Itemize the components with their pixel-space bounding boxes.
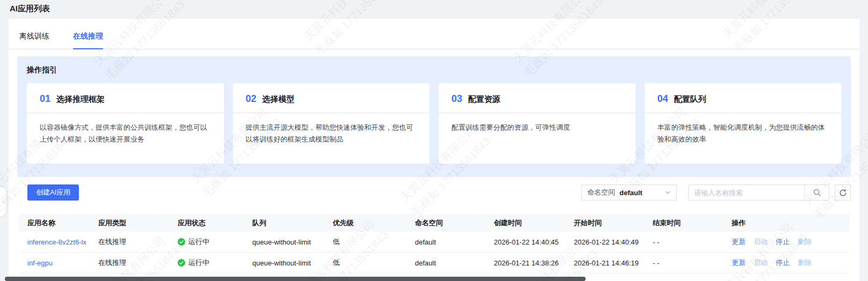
created-time-cell: 2026-01-21 14:38:26 [494, 259, 574, 267]
priority-cell: 低 [333, 237, 415, 247]
table-header-row: 应用名称 应用类型 应用状态 队列 优先级 命名空间 创建时间 开始时间 结束时… [19, 214, 849, 232]
end-time-cell: - - [653, 259, 732, 267]
stop-action[interactable]: 停止 [776, 258, 790, 268]
guide-card-1-description: 以容器镜像方式，提供丰富的公共训练框架，您也可以上传个人框架，以便快速开展业务 [27, 113, 224, 145]
delete-action[interactable]: 删除 [798, 258, 812, 268]
col-header-app-name: 应用名称 [19, 218, 98, 228]
end-time-cell: - - [653, 238, 732, 246]
search-box [688, 184, 829, 201]
start-action[interactable]: 启动 [754, 258, 768, 268]
status-running-icon [178, 259, 185, 267]
app-type-cell: 在线推理 [98, 237, 178, 247]
guide-card-3: 03 配置资源 配置训练需要分配的资源，可弹性调度 [439, 83, 636, 164]
guide-card-4-number: 04 [658, 93, 668, 105]
chevron-down-icon [665, 189, 671, 196]
table-row: inf-egpu 在线推理 运行中 queue-without-limit 低 … [19, 253, 849, 273]
sidebar-collapse-handle[interactable]: ‹ [0, 186, 7, 217]
tab-bar: 离线训练 在线推理 [9, 19, 859, 49]
horizontal-scrollbar-thumb[interactable] [5, 277, 586, 281]
col-header-created-time: 创建时间 [494, 218, 574, 228]
priority-cell: 低 [333, 258, 415, 268]
status-running-icon [178, 238, 185, 246]
guide-card-3-header: 03 配置资源 [439, 83, 636, 113]
namespace-select-value: default [619, 189, 665, 197]
guide-cards: 01 选择推理框架 以容器镜像方式，提供丰富的公共训练框架，您也可以上传个人框架… [27, 83, 841, 164]
refresh-icon [839, 189, 847, 197]
guide-card-1-title: 选择推理框架 [56, 94, 105, 105]
namespace-cell: default [415, 238, 494, 246]
horizontal-scrollbar [0, 276, 868, 281]
start-time-cell: 2026-01-21 14:46:19 [574, 259, 653, 267]
col-header-app-type: 应用类型 [98, 218, 178, 228]
guide-card-2-number: 02 [246, 93, 257, 105]
chevron-left-icon: ‹ [2, 198, 4, 205]
app-type-cell: 在线推理 [98, 258, 178, 268]
guide-card-3-title: 配置资源 [468, 94, 500, 105]
status-text: 运行中 [188, 258, 209, 268]
created-time-cell: 2026-01-22 14:40:45 [494, 238, 574, 246]
status-text: 运行中 [188, 237, 209, 247]
queue-cell: queue-without-limit [252, 259, 333, 267]
start-action[interactable]: 启动 [754, 237, 768, 247]
guide-panel: 操作指引 01 选择推理框架 以容器镜像方式，提供丰富的公共训练框架，您也可以上… [17, 56, 851, 177]
guide-card-2: 02 选择模型 提供主流开源大模型，帮助您快速体验和开发，您也可以将训练好的框架… [233, 83, 430, 164]
app-status-cell: 运行中 [178, 258, 252, 268]
refresh-button[interactable] [835, 184, 851, 201]
guide-card-2-header: 02 选择模型 [233, 83, 430, 113]
guide-card-2-title: 选择模型 [262, 94, 295, 105]
col-header-operations: 操作 [732, 218, 849, 228]
guide-card-1-header: 01 选择推理框架 [27, 83, 224, 113]
main-panel: 离线训练 在线推理 操作指引 01 选择推理框架 以容器镜像方式，提供丰富的公共… [9, 19, 859, 281]
start-time-cell: 2026-01-22 14:40:49 [574, 238, 653, 246]
update-action[interactable]: 更新 [732, 237, 746, 247]
col-header-namespace: 命名空间 [415, 218, 494, 228]
page-title: AI应用列表 [10, 4, 50, 14]
create-ai-app-button[interactable]: 创建AI应用 [27, 184, 79, 201]
operations-cell: 更新 启动 停止 删除 [732, 237, 849, 247]
guide-card-2-description: 提供主流开源大模型，帮助您快速体验和开发，您也可以将训练好的框架生成模型制品 [233, 113, 430, 145]
col-header-priority: 优先级 [333, 218, 415, 228]
stop-action[interactable]: 停止 [776, 237, 790, 247]
operations-cell: 更新 启动 停止 删除 [732, 258, 849, 268]
search-icon [813, 188, 821, 197]
col-header-queue: 队列 [252, 218, 333, 228]
tab-offline-training[interactable]: 离线训练 [19, 32, 49, 49]
search-input[interactable] [689, 185, 804, 200]
app-status-cell: 运行中 [178, 237, 252, 247]
guide-card-3-description: 配置训练需要分配的资源，可弹性调度 [439, 113, 636, 134]
app-name-link[interactable]: inference-8v2zt6-lx [27, 238, 86, 246]
applications-table: 应用名称 应用类型 应用状态 队列 优先级 命名空间 创建时间 开始时间 结束时… [19, 214, 849, 273]
col-header-end-time: 结束时间 [653, 218, 732, 228]
namespace-cell: default [415, 259, 494, 267]
tab-online-inference[interactable]: 在线推理 [73, 32, 103, 49]
guide-card-3-number: 03 [451, 93, 462, 105]
guide-title: 操作指引 [27, 65, 841, 75]
col-header-start-time: 开始时间 [574, 218, 653, 228]
search-button[interactable] [804, 185, 829, 200]
app-name-link[interactable]: inf-egpu [27, 259, 53, 267]
guide-card-4-title: 配置队列 [674, 94, 706, 105]
guide-card-1: 01 选择推理框架 以容器镜像方式，提供丰富的公共训练框架，您也可以上传个人框架… [27, 83, 224, 164]
namespace-select[interactable]: 命名空间 default [581, 184, 677, 201]
update-action[interactable]: 更新 [732, 258, 746, 268]
guide-card-4: 04 配置队列 丰富的弹性策略，智能化调度机制，为您提供流畅的体验和高效的效率 [645, 83, 842, 164]
namespace-select-label: 命名空间 [587, 188, 615, 197]
guide-card-4-description: 丰富的弹性策略，智能化调度机制，为您提供流畅的体验和高效的效率 [645, 113, 842, 145]
table-row: inference-8v2zt6-lx 在线推理 运行中 queue-witho… [19, 232, 849, 253]
col-header-app-status: 应用状态 [178, 218, 252, 228]
guide-card-4-header: 04 配置队列 [645, 83, 842, 113]
guide-card-1-number: 01 [40, 93, 50, 105]
toolbar: 创建AI应用 命名空间 default [17, 184, 851, 201]
delete-action[interactable]: 删除 [798, 237, 812, 247]
queue-cell: queue-without-limit [252, 238, 333, 246]
